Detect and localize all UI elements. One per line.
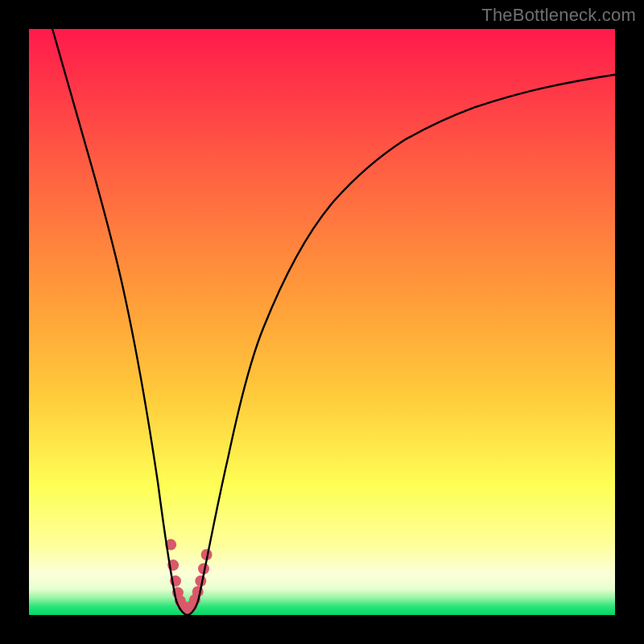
- watermark-text: TheBottleneck.com: [481, 5, 636, 26]
- chart-svg: [29, 29, 615, 615]
- bottleneck-curve: [52, 29, 615, 615]
- chart-frame: TheBottleneck.com: [0, 0, 644, 644]
- plot-area: [29, 29, 615, 615]
